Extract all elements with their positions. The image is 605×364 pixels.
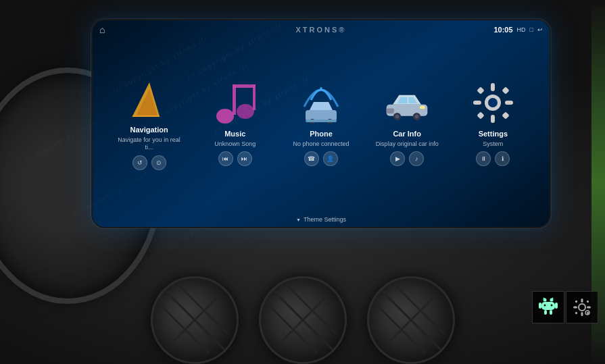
phone-sublabel: No phone connected	[293, 140, 349, 148]
svg-rect-31	[541, 302, 555, 310]
svg-rect-24	[505, 101, 513, 105]
phone-icon	[297, 83, 345, 124]
svg-rect-21	[491, 83, 495, 91]
music-app[interactable]: Music Unknown Song ⏮ ⏭	[201, 80, 269, 167]
svg-point-15	[395, 115, 400, 119]
phone-label: Phone	[310, 130, 333, 138]
music-label: Music	[224, 130, 245, 138]
svg-rect-6	[233, 84, 256, 88]
svg-rect-43	[573, 307, 577, 309]
svg-rect-17	[420, 106, 425, 109]
vent-right	[367, 276, 455, 364]
app-grid: Navigation Navigate for you in real ti..…	[93, 39, 550, 207]
nav-btn-2[interactable]: ⊙	[151, 155, 166, 170]
svg-rect-11	[306, 120, 337, 122]
svg-point-40	[579, 304, 585, 311]
svg-rect-28	[502, 111, 509, 119]
vents-area	[34, 215, 571, 364]
hd-icon: HD	[517, 26, 526, 33]
svg-rect-46	[586, 300, 589, 303]
side-icons-panel	[532, 291, 598, 323]
car-interior: /// copyright by xtrons /// /// copyrigh…	[0, 0, 605, 364]
settings-icon	[471, 81, 515, 125]
svg-point-20	[488, 98, 498, 107]
music-icon-wrapper[interactable]	[212, 80, 259, 127]
settings-icon-wrapper[interactable]	[469, 80, 516, 127]
svg-point-16	[415, 115, 419, 119]
nav-sub-buttons: ↺ ⊙	[132, 155, 166, 170]
carinfo-sublabel: Display original car info	[376, 140, 439, 148]
nav-icon	[129, 79, 170, 120]
brand-text: XTRONS®	[296, 26, 347, 34]
settings-app[interactable]: Settings System ⏸ ℹ	[459, 80, 527, 167]
settings-sub-buttons: ⏸ ℹ	[476, 151, 510, 166]
phone-icon-wrapper[interactable]	[297, 80, 345, 127]
main-screen: /// copyright by xtrons /// /// copyrigh…	[91, 19, 551, 228]
bottom-bar[interactable]: Theme Settings	[93, 216, 550, 223]
home-icon[interactable]: ⌂	[99, 24, 105, 35]
svg-rect-7	[253, 84, 256, 110]
svg-rect-23	[473, 101, 481, 105]
svg-rect-42	[581, 312, 583, 316]
carinfo-sub-buttons: ▶ ♪	[390, 151, 424, 166]
music-icon	[215, 81, 256, 125]
svg-rect-18	[387, 109, 394, 113]
phone-app[interactable]: Phone No phone connected ☎ 👤	[287, 80, 355, 167]
svg-rect-25	[477, 86, 484, 94]
settings-sublabel: System	[483, 140, 503, 148]
android-icon	[538, 295, 558, 320]
svg-rect-32	[539, 303, 541, 309]
svg-rect-27	[477, 111, 484, 119]
svg-rect-34	[544, 310, 547, 315]
back-icon[interactable]: ↩	[537, 26, 543, 33]
music-btn-prev[interactable]: ⏮	[218, 151, 233, 166]
nav-icon-wrapper[interactable]	[126, 76, 173, 123]
brand-label: XTRONS®	[296, 26, 347, 34]
svg-rect-8	[306, 110, 337, 121]
svg-rect-5	[233, 84, 236, 115]
svg-point-3	[216, 109, 234, 124]
music-sublabel: Unknown Song	[214, 140, 256, 148]
nav-app[interactable]: Navigation Navigate for you in real ti..…	[116, 76, 183, 170]
phone-sub-buttons: ☎ 👤	[304, 151, 338, 166]
vent-center	[259, 276, 347, 364]
nav-sublabel: Navigate for you in real ti...	[116, 136, 183, 151]
svg-rect-44	[587, 307, 591, 309]
carinfo-app[interactable]: Car Info Display original car info ▶ ♪	[373, 80, 441, 167]
settings-btn-1[interactable]: ⏸	[476, 151, 491, 166]
carinfo-btn-1[interactable]: ▶	[390, 151, 405, 166]
svg-rect-45	[575, 300, 577, 303]
theme-settings-label[interactable]: Theme Settings	[304, 216, 346, 223]
svg-rect-33	[555, 303, 558, 309]
phone-btn-1[interactable]: ☎	[304, 151, 319, 166]
music-btn-next[interactable]: ⏭	[237, 151, 252, 166]
gear-settings-icon	[573, 298, 591, 317]
svg-rect-41	[581, 298, 583, 303]
signal-icon: □	[530, 26, 533, 33]
svg-point-37	[551, 304, 553, 306]
settings-label: Settings	[479, 130, 508, 138]
settings-btn-2[interactable]: ℹ	[495, 151, 510, 166]
carinfo-icon	[383, 84, 431, 122]
svg-rect-22	[491, 115, 495, 123]
status-time: 10:05	[493, 26, 512, 34]
nav-label: Navigation	[130, 126, 168, 134]
android-icon-box[interactable]	[532, 291, 564, 323]
carinfo-icon-wrapper[interactable]	[383, 80, 431, 127]
carinfo-label: Car Info	[393, 130, 421, 138]
svg-rect-35	[550, 310, 552, 315]
status-bar: 10:05 HD □ ↩	[487, 20, 550, 39]
phone-btn-2[interactable]: 👤	[323, 151, 338, 166]
svg-rect-47	[575, 311, 577, 314]
settings-icon-box[interactable]	[566, 291, 598, 323]
svg-rect-26	[502, 86, 509, 94]
vent-left	[151, 276, 239, 364]
music-sub-buttons: ⏮ ⏭	[218, 151, 252, 166]
svg-point-36	[544, 304, 546, 306]
screen-bezel: /// copyright by xtrons /// /// copyrigh…	[91, 19, 551, 228]
nav-btn-1[interactable]: ↺	[132, 155, 147, 170]
carinfo-btn-2[interactable]: ♪	[409, 151, 424, 166]
android-robot-icon	[538, 295, 558, 315]
svg-point-4	[237, 104, 254, 119]
